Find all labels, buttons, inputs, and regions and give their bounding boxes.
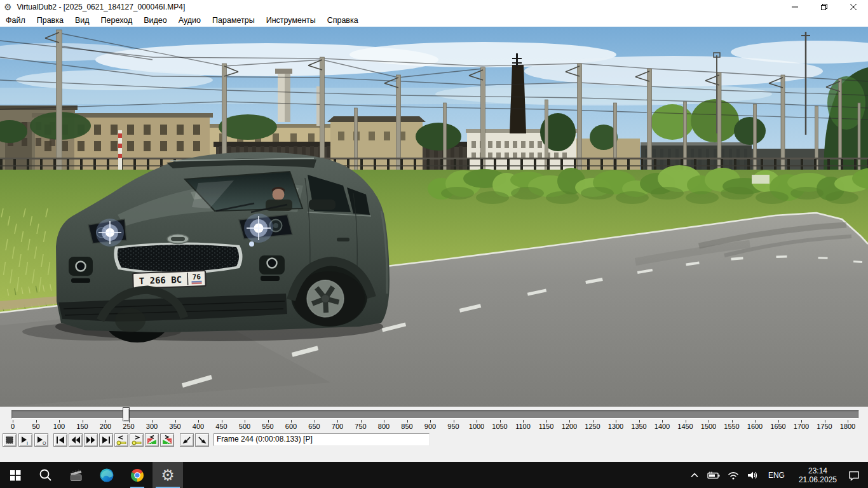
media-player-icon xyxy=(68,467,85,484)
ruler-label: 550 xyxy=(262,423,273,430)
transport-controls: 0501001502002503003504004505005506006507… xyxy=(0,407,868,462)
ruler-label: 1600 xyxy=(747,423,763,430)
distant-white-vehicle xyxy=(752,175,770,184)
scene-forward-icon xyxy=(161,434,173,446)
key-right-icon xyxy=(130,434,143,446)
ruler-label: 1300 xyxy=(608,423,623,430)
skip-end-icon xyxy=(100,434,112,446)
scene-back-icon xyxy=(146,434,158,446)
ruler-label: 1000 xyxy=(469,423,484,430)
next-scene-button[interactable] xyxy=(160,433,174,447)
ruler-label: 1800 xyxy=(840,423,855,430)
virtualdub-gear-icon: ⚙ xyxy=(161,468,175,483)
ruler-label: 100 xyxy=(53,423,65,430)
key-left-icon xyxy=(115,434,128,446)
windows-logo-icon xyxy=(9,469,22,482)
stop-icon xyxy=(3,434,16,446)
taskbar-app-edge[interactable] xyxy=(92,462,122,488)
ruler-label: 450 xyxy=(215,423,227,430)
step-back-button[interactable] xyxy=(69,433,83,447)
action-center-button[interactable] xyxy=(844,462,868,488)
menu-item-2[interactable]: Вид xyxy=(69,15,95,26)
window-controls xyxy=(780,0,868,14)
taskbar-clock[interactable]: 23:14 21.06.2025 xyxy=(791,466,844,484)
ruler-label: 350 xyxy=(169,423,180,430)
mark-out-button[interactable] xyxy=(195,433,209,447)
ruler-label: 50 xyxy=(32,423,39,430)
plate-number: Т 266 ВС xyxy=(139,274,182,286)
prev-scene-button[interactable] xyxy=(145,433,159,447)
ruler-label: 150 xyxy=(76,423,88,430)
prev-keyframe-button[interactable] xyxy=(114,433,128,447)
ruler-label: 500 xyxy=(239,423,250,430)
menu-item-7[interactable]: Инструменты xyxy=(261,15,322,26)
close-button[interactable] xyxy=(839,0,868,14)
ruler-label: 1050 xyxy=(492,423,507,430)
window-title: VirtualDub2 - [2025_0621_184127_000046I.… xyxy=(17,3,186,11)
frame-status: Frame 244 (0:00:08.133) [P] xyxy=(214,433,430,446)
stop-button[interactable] xyxy=(3,433,17,447)
play-input-button[interactable]: I xyxy=(18,433,32,447)
ruler-label: 700 xyxy=(332,423,343,430)
taskbar-app-chrome[interactable] xyxy=(122,462,153,488)
menu-item-3[interactable]: Переход xyxy=(95,15,139,26)
taskbar-app-virtualdub2[interactable]: ⚙ xyxy=(153,462,183,488)
timeline-thumb[interactable] xyxy=(123,407,130,421)
ruler-label: 200 xyxy=(100,423,111,430)
search-icon xyxy=(38,468,53,483)
ruler-label: 800 xyxy=(378,423,390,430)
ruler-label: 1150 xyxy=(539,423,554,430)
svg-text:O: O xyxy=(43,441,46,445)
language-indicator[interactable]: ENG xyxy=(762,471,791,480)
chrome-icon xyxy=(129,467,146,484)
restore-button[interactable] xyxy=(810,0,839,14)
mark-in-icon xyxy=(180,434,193,446)
video-frame: Т 266 ВС 76 xyxy=(0,27,868,407)
ruler-label: 1450 xyxy=(677,423,693,430)
step-forward-button[interactable] xyxy=(84,433,98,447)
ruler-label: 900 xyxy=(424,423,436,430)
headlight-glow-left xyxy=(96,219,124,247)
ruler-label: 650 xyxy=(308,423,320,430)
go-end-button[interactable] xyxy=(99,433,113,447)
virtualdub-app-icon: ⚙ xyxy=(4,3,12,11)
play-output-button[interactable]: O xyxy=(34,433,48,447)
go-start-button[interactable] xyxy=(53,433,67,447)
ruler-label: 250 xyxy=(123,423,134,430)
tray-wifi[interactable] xyxy=(724,462,743,488)
ruler-label: 1200 xyxy=(562,423,577,430)
ruler-label: 1650 xyxy=(770,423,785,430)
ruler-label: 1100 xyxy=(515,423,531,430)
menu-bar: ФайлПравкаВидПереходВидеоАудиоПараметрыИ… xyxy=(0,14,868,27)
menu-item-4[interactable]: Видео xyxy=(138,15,173,26)
search-button[interactable] xyxy=(31,462,61,488)
taskbar-app-media-player[interactable] xyxy=(61,462,92,488)
ruler-label: 950 xyxy=(447,423,459,430)
mark-in-button[interactable] xyxy=(180,433,194,447)
play-input-icon: I xyxy=(19,434,32,446)
battery-icon xyxy=(707,470,721,481)
headlight-glow-right xyxy=(244,214,273,243)
ruler-label: 1500 xyxy=(701,423,716,430)
restore-icon xyxy=(820,3,828,11)
taskbar: ⚙ E xyxy=(0,462,868,488)
edge-icon xyxy=(98,467,115,484)
start-button[interactable] xyxy=(0,462,31,488)
license-plate: Т 266 ВС 76 xyxy=(133,271,206,288)
menu-item-0[interactable]: Файл xyxy=(0,15,31,26)
menu-item-1[interactable]: Правка xyxy=(31,15,69,26)
ruler-label: 750 xyxy=(355,423,366,430)
ruler-label: 1400 xyxy=(654,423,670,430)
ruler-label: 1750 xyxy=(817,423,832,430)
next-keyframe-button[interactable] xyxy=(130,433,144,447)
tray-volume[interactable] xyxy=(743,462,762,488)
wifi-icon xyxy=(727,470,740,481)
timeline-track[interactable] xyxy=(11,410,859,419)
minimize-button[interactable] xyxy=(780,0,810,14)
menu-item-8[interactable]: Справка xyxy=(322,15,364,26)
menu-item-6[interactable]: Параметры xyxy=(207,15,261,26)
ruler-label: 400 xyxy=(193,423,204,430)
tray-battery[interactable] xyxy=(703,462,724,488)
menu-item-5[interactable]: Аудио xyxy=(173,15,207,26)
tray-chevron-up[interactable] xyxy=(686,462,703,488)
